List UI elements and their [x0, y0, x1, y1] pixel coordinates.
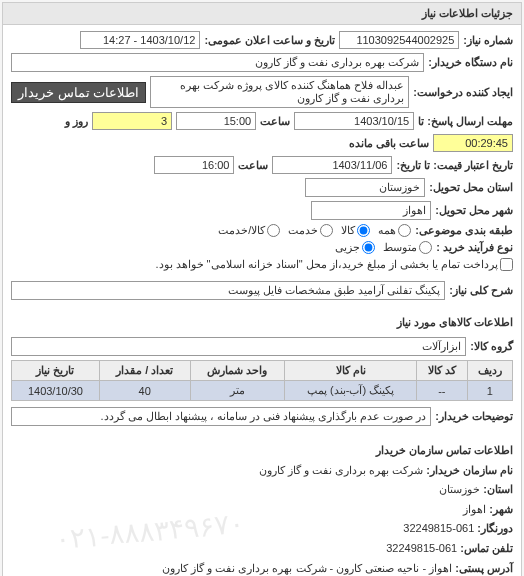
col-unit: واحد شمارش — [190, 361, 285, 381]
c-province: خوزستان — [439, 483, 480, 495]
city-label: شهر محل تحویل: — [435, 204, 513, 217]
purchase-type-label: نوع فرآیند خرید : — [436, 241, 513, 254]
goods-group-label: گروه کالا: — [470, 340, 513, 353]
c-phone: 061-32249815 — [386, 542, 457, 554]
spec-label: شرح کلی نیاز: — [449, 284, 513, 297]
col-qty: تعداد / مقدار — [99, 361, 190, 381]
goods-group-field: ابزارآلات — [11, 337, 466, 356]
c-phone-label: تلفن تماس: — [460, 542, 513, 554]
col-name: نام کالا — [285, 361, 417, 381]
radio-minor-label: جزیی — [335, 241, 360, 254]
reply-time-field: 15:00 — [176, 112, 256, 130]
c-city: اهواز — [463, 503, 486, 515]
c-org-label: نام سازمان خریدار: — [426, 464, 513, 476]
panel-title: جزئیات اطلاعات نیاز — [3, 3, 521, 25]
hour-label-2: ساعت — [238, 159, 268, 172]
cell-date: 1403/10/30 — [12, 381, 100, 401]
cell-qty: 40 — [99, 381, 190, 401]
subject-radio-group: همه کالا خدمت کالا/خدمت — [218, 224, 411, 237]
spec-field: پکینگ تفلنی آرامید طبق مشخصات فایل پیوست — [11, 281, 445, 300]
province-label: استان محل تحویل: — [429, 181, 513, 194]
c-address: اهواز - ناحیه صنعتی کارون - شرکت بهره بر… — [162, 562, 452, 574]
contact-info-button[interactable]: اطلاعات تماس خریدار — [11, 82, 146, 103]
goods-section-title: اطلاعات کالاهای مورد نیاز — [3, 310, 521, 331]
radio-goods-service[interactable] — [267, 224, 280, 237]
col-idx: ردیف — [467, 361, 512, 381]
buyer-org-field: شرکت بهره برداری نفت و گاز کارون — [11, 53, 424, 72]
col-code: کد کالا — [416, 361, 467, 381]
radio-medium[interactable] — [419, 241, 432, 254]
c-address-label: آدرس پستی: — [455, 562, 513, 574]
col-date: تاریخ نیاز — [12, 361, 100, 381]
contact-block: ۰۲۱-۸۸۸۳۴۹۶۷۰ اطلاعات تماس سازمان خریدار… — [3, 436, 521, 576]
cell-code: -- — [416, 381, 467, 401]
remain-label: ساعت باقی مانده — [349, 137, 429, 150]
radio-medium-label: متوسط — [383, 241, 417, 254]
purchase-note: پرداخت تمام یا بخشی از مبلغ خرید،از محل … — [155, 258, 498, 271]
subject-group-label: طبقه بندی موضوعی: — [415, 224, 513, 237]
radio-goods-label: کالا — [341, 224, 355, 237]
c-province-label: استان: — [483, 483, 513, 495]
cell-unit: متر — [190, 381, 285, 401]
radio-service-label: خدمت — [288, 224, 318, 237]
reply-date-field: 1403/10/15 — [294, 112, 414, 130]
hour-label-1: ساعت — [260, 115, 290, 128]
buyer-org-label: نام دستگاه خریدار: — [428, 56, 513, 69]
validity-time-field: 16:00 — [154, 156, 234, 174]
radio-all-label: همه — [378, 224, 396, 237]
c-fax: 061-32249815 — [403, 522, 474, 534]
days-left-field: 3 — [92, 112, 172, 130]
radio-minor[interactable] — [362, 241, 375, 254]
validity-date-field: 1403/11/06 — [272, 156, 392, 174]
requester-label: ایجاد کننده درخواست: — [413, 86, 513, 99]
c-fax-label: دورنگار: — [477, 522, 513, 534]
announce-field: 1403/10/12 - 14:27 — [80, 31, 200, 49]
city-field: اهواز — [311, 201, 431, 220]
cell-name: پکینگ (آب-بند) پمپ — [285, 381, 417, 401]
remarks-field: در صورت عدم بارگذاری پیشنهاد فنی در ساما… — [11, 407, 431, 426]
province-field: خوزستان — [305, 178, 425, 197]
purchase-radio-group: متوسط جزیی — [335, 241, 432, 254]
radio-goods-service-label: کالا/خدمت — [218, 224, 265, 237]
radio-goods[interactable] — [357, 224, 370, 237]
radio-all[interactable] — [398, 224, 411, 237]
treasury-checkbox[interactable] — [500, 258, 513, 271]
announce-label: تاریخ و ساعت اعلان عمومی: — [204, 34, 335, 47]
requester-field: عبداله فلاح هماهنگ کننده کالای پروژه شرک… — [150, 76, 409, 108]
c-city-label: شهر: — [489, 503, 513, 515]
need-no-field: 1103092544002925 — [339, 31, 459, 49]
table-row[interactable]: 1 -- پکینگ (آب-بند) پمپ متر 40 1403/10/3… — [12, 381, 513, 401]
cell-idx: 1 — [467, 381, 512, 401]
contact-title: اطلاعات تماس سازمان خریدار — [376, 444, 513, 456]
need-no-label: شماره نیاز: — [463, 34, 513, 47]
day-label: روز و — [65, 115, 88, 128]
c-org: شرکت بهره برداری نفت و گاز کارون — [259, 464, 423, 476]
validity-label: تاریخ اعتبار قیمت: تا تاریخ: — [396, 159, 513, 172]
radio-service[interactable] — [320, 224, 333, 237]
reply-deadline-label: مهلت ارسال پاسخ: تا — [418, 115, 513, 128]
remarks-label: توضیحات خریدار: — [435, 410, 513, 423]
remain-time-field: 00:29:45 — [433, 134, 513, 152]
goods-table: ردیف کد کالا نام کالا واحد شمارش تعداد /… — [11, 360, 513, 401]
